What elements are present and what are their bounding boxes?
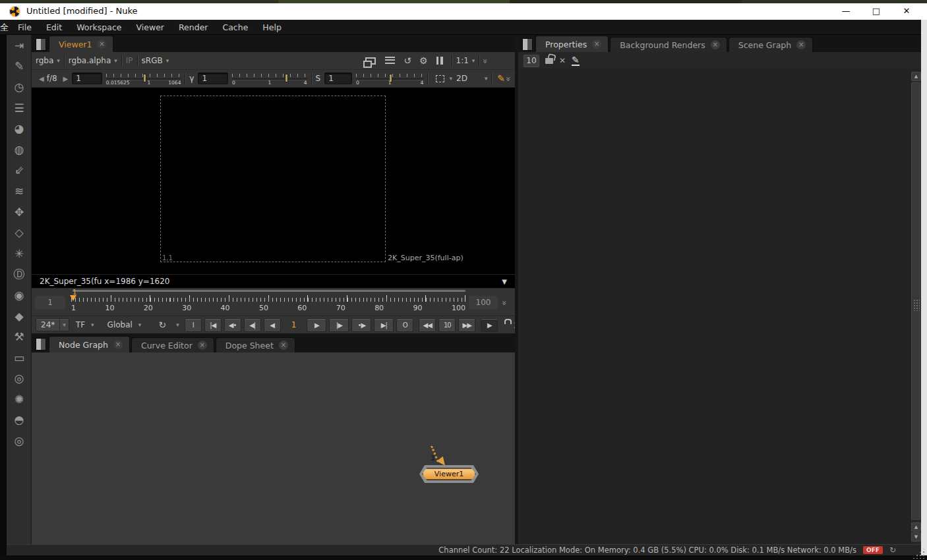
wipe-lines-icon[interactable] (385, 57, 395, 65)
close-button[interactable]: ✕ (897, 4, 916, 18)
scroll-down-small-icon[interactable]: ▼ (911, 532, 921, 542)
particles-icon[interactable]: ✳ (7, 243, 32, 264)
3d-icon[interactable]: ◇ (7, 222, 32, 243)
plugin-cara-icon[interactable]: ◓ (7, 410, 32, 431)
go-start-button[interactable]: |◀ (204, 318, 222, 332)
fstop-next-icon[interactable]: ▶ (63, 75, 69, 82)
collapse-gain-toolbar-icon[interactable]: » (504, 76, 514, 81)
transform-icon[interactable]: ✥ (7, 202, 32, 223)
tf-select[interactable]: TF (76, 320, 85, 329)
menu-edit[interactable]: Edit (39, 20, 69, 35)
channel-select[interactable]: rgba.alpha (69, 56, 111, 65)
image-icon[interactable]: ⇥ (7, 35, 32, 56)
plugin-target-icon[interactable]: ◎ (7, 430, 32, 451)
range-start-input[interactable]: 1 (35, 296, 65, 309)
prev-keyframe-button[interactable]: ◀• (224, 318, 241, 332)
monitor-out-icon[interactable] (365, 57, 376, 65)
tab-background-renders-close-icon[interactable]: × (711, 40, 720, 49)
roi-dropdown-icon[interactable]: ▾ (449, 75, 452, 82)
minimize-button[interactable]: — (836, 4, 856, 18)
plugin-furnace-icon[interactable]: ◎ (7, 368, 32, 389)
layer-select[interactable]: rgba (36, 56, 53, 65)
info-dropdown-icon[interactable]: ▼ (502, 278, 507, 285)
tab-viewer1-close-icon[interactable]: × (97, 40, 106, 49)
gamma-input[interactable]: 1 (198, 72, 228, 84)
scroll-up-icon[interactable]: ▲ (911, 72, 921, 81)
filter-icon[interactable]: ◍ (7, 139, 32, 160)
status-refresh-icon[interactable]: ↻ (889, 546, 896, 555)
settings-gear-icon[interactable]: ⚙ (419, 55, 428, 66)
pane-menu-icon[interactable] (36, 38, 46, 51)
collapse-timeline-icon[interactable]: » (500, 300, 510, 305)
keyer-icon[interactable]: ⇙ (7, 160, 32, 181)
gamma-slider[interactable]: 0 1 4 (232, 72, 307, 84)
time-icon[interactable]: ◷ (7, 76, 32, 98)
tab-properties-close-icon[interactable]: × (592, 40, 601, 49)
play-button[interactable]: ▶ (307, 318, 326, 332)
deep-icon[interactable]: Ⓓ (7, 264, 32, 285)
saturation-slider[interactable]: 0 1 4 (356, 72, 423, 84)
viewer-canvas[interactable]: 1,1 2K_Super_35(full-ap) (32, 88, 515, 274)
tab-scene-graph[interactable]: Scene Graph × (729, 37, 813, 52)
set-in-button[interactable]: I (185, 318, 202, 332)
play-backward-button[interactable]: ◀ (264, 318, 281, 332)
metadata-icon[interactable]: ◆ (7, 306, 32, 327)
channel-icon[interactable]: ☰ (7, 98, 32, 119)
menu-viewer[interactable]: Viewer (129, 20, 171, 35)
frame-step-input[interactable]: 10 (438, 318, 456, 332)
tab-properties[interactable]: Properties × (535, 36, 609, 52)
next-keyframe-button[interactable]: •▶ (351, 318, 371, 332)
jump-forward-button[interactable]: ▶▶ (458, 318, 475, 332)
gain-input[interactable]: 1 (72, 72, 102, 84)
zoom-dropdown-icon[interactable]: ▾ (472, 57, 475, 64)
refresh-icon[interactable]: ↺ (404, 55, 411, 66)
range-dropdown-icon[interactable]: ▾ (138, 322, 142, 328)
tab-dope-sheet-close-icon[interactable]: × (279, 341, 288, 350)
tab-background-renders[interactable]: Background Renders × (610, 37, 727, 52)
roi-icon[interactable] (436, 75, 444, 82)
menu-render[interactable]: Render (171, 20, 216, 35)
tab-dope-sheet[interactable]: Dope Sheet × (216, 337, 295, 352)
step-forward-button[interactable]: |▶ (329, 318, 349, 332)
loop-mode-icon[interactable]: ↻ (158, 320, 166, 330)
toolsets-icon[interactable]: ⚒ (7, 326, 32, 347)
tab-curve-editor-close-icon[interactable]: × (198, 341, 207, 350)
tab-viewer1[interactable]: Viewer1 × (49, 36, 113, 52)
view-mode-dropdown-icon[interactable]: ▾ (485, 75, 488, 82)
pane-menu-icon[interactable] (36, 338, 46, 350)
menu-cache[interactable]: Cache (215, 20, 255, 35)
jump-back-button[interactable]: ◀◀ (419, 318, 436, 332)
timeline-ruler[interactable]: 1 10 20 30 40 50 60 70 80 90 100 (71, 293, 465, 314)
zoom-select[interactable]: 1:1 (456, 56, 469, 65)
saturation-input[interactable]: 1 (324, 72, 352, 84)
edit-pencil-icon[interactable]: ✎ (572, 56, 580, 66)
viewer-node[interactable]: Viewer1 (422, 468, 476, 480)
go-end-button[interactable]: ▶| (374, 318, 394, 332)
color-icon[interactable]: ◕ (7, 118, 32, 139)
pause-icon[interactable] (436, 57, 443, 65)
menu-file[interactable]: File (11, 20, 39, 35)
unlock-icon[interactable] (545, 58, 553, 64)
tf-dropdown-icon[interactable]: ▾ (91, 322, 94, 328)
vertical-scrollbar[interactable]: ▲ ▲ ▼ (910, 71, 921, 544)
lut-dropdown-icon[interactable]: ▾ (166, 57, 169, 64)
menu-workspace[interactable]: Workspace (69, 20, 129, 35)
views-icon[interactable]: ◉ (7, 285, 32, 306)
range-mode-select[interactable]: Global (107, 320, 133, 329)
pane-menu-icon[interactable] (522, 38, 533, 51)
range-end-input[interactable]: 100 (469, 296, 498, 309)
plugin-sprout-icon[interactable]: ✺ (7, 389, 32, 410)
merge-icon[interactable]: ≋ (7, 181, 32, 202)
other-icon[interactable]: ▭ (7, 347, 32, 368)
draw-icon[interactable]: ✎ (7, 56, 32, 77)
loop-dropdown-icon[interactable]: ▾ (176, 322, 179, 328)
collapse-toolbar-icon[interactable]: » (481, 59, 491, 63)
close-all-panels-icon[interactable]: ✕ (559, 56, 566, 65)
timeline-zoom-bar[interactable] (73, 290, 465, 292)
maximize-button[interactable]: □ (866, 4, 886, 18)
max-panels-input[interactable]: 10 (523, 55, 539, 67)
input-process-toggle[interactable]: IP (126, 56, 133, 65)
fps-select[interactable]: 24* ▾ (36, 318, 69, 331)
tab-scene-graph-close-icon[interactable]: × (796, 40, 806, 49)
fstop-label[interactable]: f/8 (47, 74, 57, 83)
